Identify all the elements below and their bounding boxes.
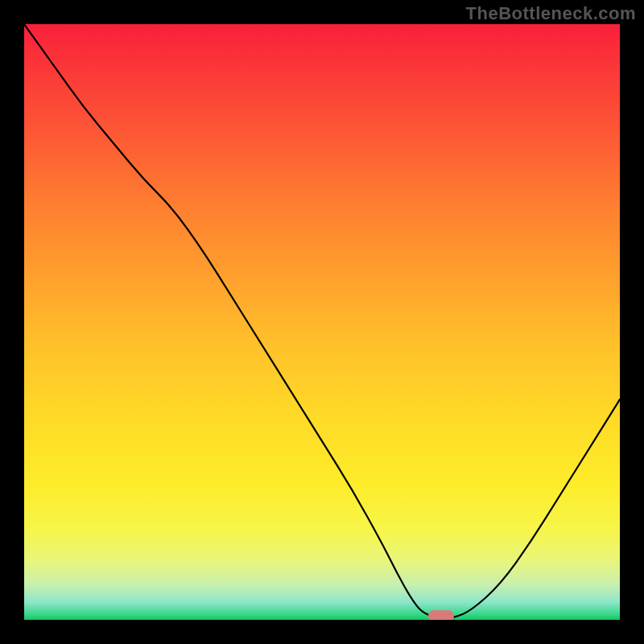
watermark-text: TheBottleneck.com (466, 3, 636, 24)
plot-area (24, 24, 620, 620)
curve-svg (24, 24, 620, 620)
bottleneck-curve (24, 24, 620, 618)
optimal-marker (428, 610, 454, 620)
chart-frame: TheBottleneck.com (0, 0, 644, 644)
